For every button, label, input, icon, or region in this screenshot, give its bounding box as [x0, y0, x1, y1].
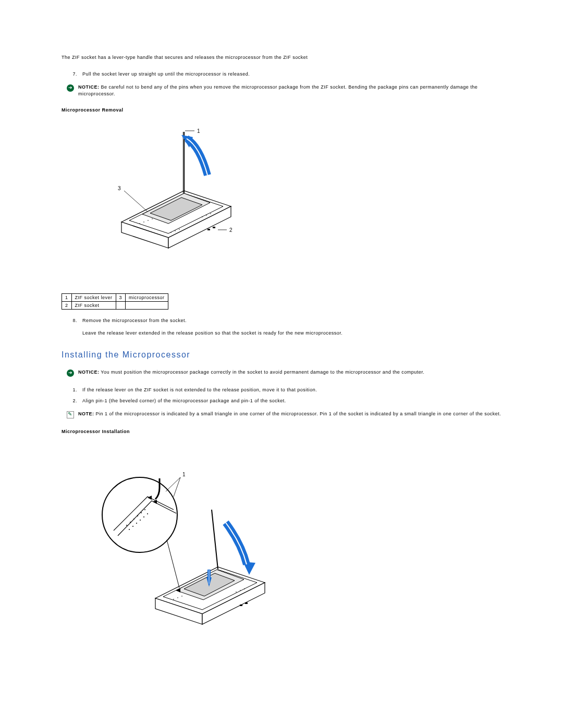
svg-point-59	[136, 523, 137, 524]
svg-point-53	[133, 519, 134, 520]
svg-point-11	[170, 232, 172, 233]
svg-point-55	[141, 512, 142, 513]
figure-1-legend: 1 ZIF socket lever 3 microprocessor 2 ZI…	[62, 293, 168, 310]
svg-rect-48	[240, 604, 242, 606]
step-7: 7. Pull the socket lever up straight up …	[62, 71, 506, 77]
svg-line-66	[174, 477, 180, 497]
figure-1-title: Microprocessor Removal	[62, 107, 506, 113]
svg-point-62	[147, 513, 148, 514]
notice-text: NOTICE: Be careful not to bend any of th…	[78, 84, 506, 97]
svg-point-4	[139, 223, 140, 224]
note-icon	[67, 411, 74, 418]
step-8: 8. Remove the microprocessor from the so…	[62, 318, 506, 336]
step-text: Pull the socket lever up straight up unt…	[82, 71, 506, 77]
svg-marker-44	[243, 562, 255, 575]
note-label: NOTE:	[78, 411, 94, 416]
install-step-1: 1. If the release lever on the ZIF socke…	[62, 387, 506, 392]
legend-cell: ZIF socket	[71, 302, 116, 310]
svg-point-14	[202, 216, 203, 217]
svg-point-52	[130, 522, 131, 523]
figure-2-title: Microprocessor Installation	[62, 429, 506, 434]
notice-body: You must position the microprocessor pac…	[100, 369, 425, 375]
figure-1: 1 2 3	[98, 126, 506, 273]
svg-point-35	[177, 597, 178, 598]
notice-text: NOTICE: You must position the microproce…	[78, 369, 506, 376]
install-step-2: 2. Align pin-1 (the beveled corner) of t…	[62, 398, 506, 403]
svg-point-56	[144, 509, 145, 510]
installation-diagram: 1	[98, 447, 275, 645]
intro-text: The ZIF socket has a lever-type handle t…	[62, 55, 506, 60]
step-number: 8.	[67, 318, 77, 336]
note-text: NOTE: Pin 1 of the microprocessor is ind…	[78, 411, 506, 417]
svg-text:1: 1	[182, 472, 186, 477]
install-step-list: 1. If the release lever on the ZIF socke…	[62, 387, 506, 403]
svg-point-37	[236, 591, 237, 593]
svg-line-26	[124, 191, 148, 212]
svg-point-16	[210, 213, 211, 214]
step-subtext: Leave the release lever extended in the …	[82, 330, 506, 336]
notice-body: Be careful not to bend any of the pins w…	[78, 84, 478, 96]
svg-point-39	[244, 588, 245, 589]
note-callout-1: NOTE: Pin 1 of the microprocessor is ind…	[67, 411, 506, 418]
step-text: Remove the microprocessor from the socke…	[82, 318, 506, 336]
svg-rect-22	[207, 229, 210, 230]
svg-rect-23	[213, 227, 215, 228]
notice-icon	[67, 369, 74, 377]
notice-icon	[67, 84, 74, 92]
step-list-7: 7. Pull the socket lever up straight up …	[62, 71, 506, 77]
step-number: 7.	[67, 71, 77, 77]
legend-cell: microprocessor	[126, 294, 168, 302]
step-text: If the release lever on the ZIF socket i…	[82, 387, 506, 392]
document-page: The ZIF socket has a lever-type handle t…	[0, 0, 563, 693]
svg-line-65	[167, 540, 179, 588]
svg-rect-49	[245, 602, 248, 604]
svg-point-58	[132, 526, 133, 527]
svg-point-15	[206, 215, 207, 216]
svg-point-50	[102, 477, 177, 552]
svg-point-12	[175, 230, 176, 231]
svg-point-51	[126, 525, 127, 526]
notice-callout-2: NOTICE: You must position the microproce…	[67, 369, 506, 377]
svg-point-13	[179, 229, 180, 230]
svg-point-61	[143, 516, 144, 517]
svg-point-57	[129, 529, 130, 530]
svg-point-60	[140, 520, 141, 521]
step-text: Align pin-1 (the beveled corner) of the …	[82, 398, 506, 403]
section-heading-install: Installing the Microprocessor	[62, 350, 506, 360]
step-list-8: 8. Remove the microprocessor from the so…	[62, 318, 506, 336]
notice-label: NOTICE:	[78, 84, 100, 90]
svg-point-6	[148, 220, 149, 221]
svg-point-34	[173, 599, 174, 600]
removal-diagram: 1 2 3	[98, 126, 244, 272]
svg-point-38	[240, 590, 241, 591]
svg-point-36	[181, 596, 182, 597]
svg-line-67	[166, 477, 180, 491]
svg-text:3: 3	[118, 186, 121, 191]
step-body: Remove the microprocessor from the socke…	[82, 318, 187, 323]
legend-cell: ZIF socket lever	[71, 294, 116, 302]
svg-point-54	[137, 515, 138, 516]
legend-cell: 1	[62, 294, 72, 302]
svg-line-43	[212, 510, 218, 569]
step-number: 2.	[67, 398, 77, 403]
step-number: 1.	[67, 387, 77, 392]
notice-callout-1: NOTICE: Be careful not to bend any of th…	[67, 84, 506, 97]
figure-2: 1	[98, 447, 506, 646]
legend-cell	[126, 302, 168, 310]
svg-point-7	[152, 218, 153, 219]
svg-text:1: 1	[197, 128, 200, 134]
svg-point-5	[143, 221, 144, 223]
svg-text:2: 2	[229, 227, 232, 233]
legend-cell: 3	[116, 294, 126, 302]
legend-cell	[116, 302, 126, 310]
notice-label: NOTICE:	[78, 369, 100, 375]
legend-cell: 2	[62, 302, 72, 310]
note-body: Pin 1 of the microprocessor is indicated…	[94, 411, 501, 416]
